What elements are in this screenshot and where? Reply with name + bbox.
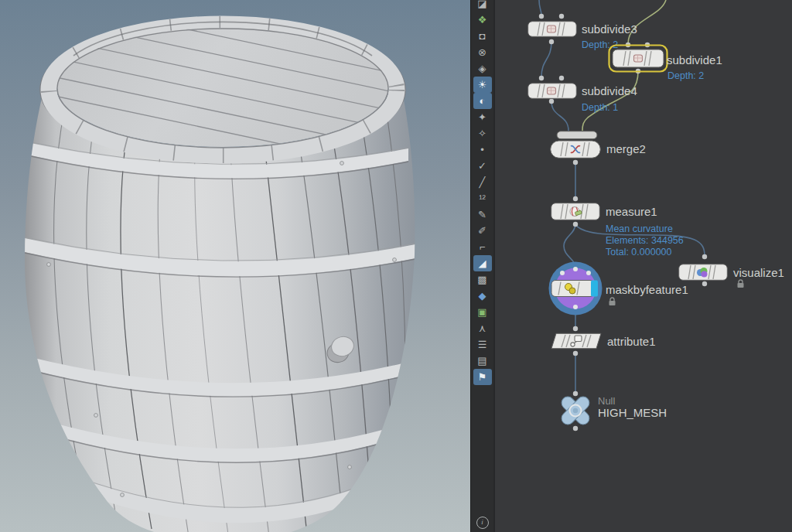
node-info-line: Total: 0.000000 (606, 247, 672, 257)
high-quality-lighting-icon[interactable]: ◐ (473, 93, 492, 109)
selection-visibility-icon[interactable]: ◪ (473, 0, 492, 12)
reflections-icon[interactable]: ✧ (473, 125, 492, 142)
snapshot-icon[interactable]: ▤ (473, 353, 492, 369)
pin-viewport-icon[interactable]: ⚑ (473, 369, 492, 385)
display-cage-icon[interactable]: ▣ (473, 304, 492, 320)
node-info-line: Elements: 344956 (606, 235, 684, 246)
display-normals-icon[interactable]: ⋏ (473, 320, 492, 336)
node-comment: Depth: 2 (667, 70, 704, 81)
subdivide-icon (548, 26, 556, 32)
visualizers-menu-icon[interactable]: ☰ (473, 336, 492, 353)
node-label: subdivide4 (582, 84, 637, 97)
prim-normals-icon[interactable]: ✎ (473, 206, 492, 223)
node-high-mesh-null[interactable] (557, 392, 594, 429)
node-subdivide1[interactable] (608, 44, 668, 73)
node-label: HIGH_MESH (598, 406, 667, 419)
node-measure1[interactable] (551, 203, 600, 220)
lock-display-icon[interactable]: ◘ (473, 28, 492, 44)
node-label: subdivide3 (582, 22, 637, 36)
node-subdivide4[interactable] (527, 83, 577, 99)
node-maskbyfeature1[interactable] (548, 261, 603, 315)
node-merge2[interactable] (550, 131, 601, 159)
app-window: ◪❖◘⊗◈☀◐✦✧•✓╱¹²✎✐⌐◢▩◆▣⋏☰▤⚑i (0, 0, 792, 532)
vertex-markers-icon[interactable]: ✓ (473, 158, 492, 174)
point-markers-icon[interactable]: • (473, 142, 492, 158)
node-info-line: Mean curvature (606, 223, 673, 234)
display-points-icon[interactable]: ◆ (473, 288, 492, 304)
node-label: visualize1 (733, 266, 784, 279)
transparency-icon[interactable]: ▩ (473, 271, 492, 288)
profile-curves-icon[interactable]: ⌐ (473, 239, 492, 255)
shadows-icon[interactable]: ✦ (473, 109, 492, 125)
viewport-display-toolbar: ◪❖◘⊗◈☀◐✦✧•✓╱¹²✎✐⌐◢▩◆▣⋏☰▤⚑i (470, 0, 495, 532)
lock-icon (608, 297, 616, 306)
ghost-other-objects-icon[interactable]: ◈ (473, 60, 492, 77)
node-visualize1[interactable] (678, 264, 728, 281)
3d-viewport[interactable] (0, 0, 470, 532)
view-hidden-objects-icon[interactable]: ⊗ (473, 44, 492, 60)
lock-icon (736, 279, 745, 288)
node-label: subdivide1 (667, 53, 722, 66)
subdivide-icon (634, 55, 643, 62)
point-numbers-icon[interactable]: ¹² (473, 190, 492, 206)
node-label: measure1 (606, 205, 657, 218)
edge-markers-icon[interactable]: ╱ (473, 174, 492, 190)
bypass-flag (591, 281, 598, 297)
network-editor[interactable]: subdivide3 Depth: 2 subdivide1 Depth: 2 (495, 0, 792, 532)
null-icon (559, 394, 592, 427)
node-attribute1[interactable] (549, 332, 603, 350)
node-comment: Depth: 1 (582, 102, 618, 113)
node-label: attribute1 (607, 335, 656, 348)
vertex-normals-icon[interactable]: ✐ (473, 223, 492, 239)
show-geometry-icon[interactable]: ❖ (473, 12, 492, 28)
headlight-only-icon[interactable]: ☀ (473, 77, 492, 93)
shaded-mode-icon[interactable]: ◢ (473, 255, 492, 271)
node-label: merge2 (606, 142, 646, 155)
subdivide-icon (548, 87, 556, 94)
info-icon[interactable]: i (473, 514, 492, 530)
node-type-label: Null (598, 395, 615, 407)
node-label: maskbyfeature1 (606, 283, 688, 296)
barrel-model (0, 0, 470, 532)
node-subdivide3[interactable] (527, 21, 577, 37)
